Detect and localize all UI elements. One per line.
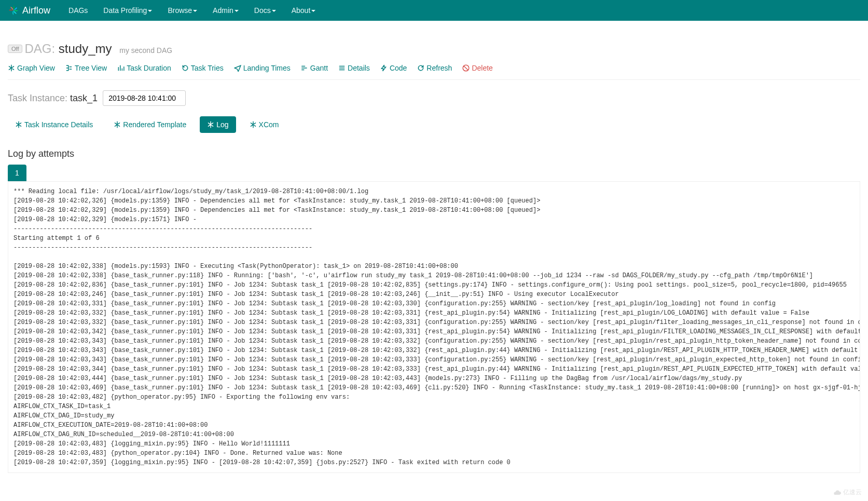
airflow-logo-icon bbox=[8, 5, 19, 16]
retry-icon bbox=[182, 64, 189, 72]
tree-icon bbox=[65, 64, 73, 72]
view-tab-refresh[interactable]: Refresh bbox=[417, 64, 452, 72]
chevron-down-icon bbox=[148, 10, 152, 12]
chevron-down-icon bbox=[272, 10, 276, 12]
execution-date-input[interactable] bbox=[103, 90, 186, 106]
attempt-tab-1[interactable]: 1 bbox=[8, 165, 26, 181]
asterisk-icon bbox=[8, 64, 15, 72]
nav-item-docs[interactable]: Docs bbox=[246, 1, 284, 20]
nav-item-browse[interactable]: Browse bbox=[160, 1, 205, 20]
nav-item-admin[interactable]: Admin bbox=[205, 1, 246, 20]
view-tab-details[interactable]: Details bbox=[338, 64, 370, 72]
view-tab-task-tries[interactable]: Task Tries bbox=[182, 64, 224, 72]
chevron-down-icon bbox=[311, 10, 315, 12]
sub-tab-task-instance-details[interactable]: Task Instance Details bbox=[8, 116, 100, 133]
sub-tab-xcom[interactable]: XCom bbox=[242, 116, 286, 133]
asterisk-icon bbox=[250, 121, 257, 128]
view-tab-label: Task Tries bbox=[191, 64, 224, 72]
view-tab-label: Landing Times bbox=[243, 64, 291, 72]
sub-tab-label: Task Instance Details bbox=[24, 120, 93, 129]
task-id: task_1 bbox=[70, 93, 98, 103]
chevron-down-icon bbox=[193, 10, 197, 12]
plane-icon bbox=[234, 64, 241, 72]
view-tab-label: Gantt bbox=[310, 64, 328, 72]
sub-tab-label: Log bbox=[216, 120, 228, 129]
dag-name: study_my bbox=[59, 42, 112, 56]
view-tab-tree-view[interactable]: Tree View bbox=[65, 64, 107, 72]
view-tab-label: Delete bbox=[472, 64, 492, 72]
refresh-icon bbox=[417, 64, 424, 72]
task-instance-row: Task Instance: task_1 bbox=[8, 90, 860, 106]
view-tab-task-duration[interactable]: Task Duration bbox=[117, 64, 171, 72]
dag-description: my second DAG bbox=[119, 46, 172, 55]
log-title: Log by attempts bbox=[8, 148, 860, 159]
brand-text: Airflow bbox=[22, 5, 50, 16]
attempt-tabs: 1 bbox=[8, 165, 860, 181]
sub-tab-rendered-template[interactable]: Rendered Template bbox=[106, 116, 194, 133]
asterisk-icon bbox=[15, 121, 22, 128]
bar-chart-icon bbox=[117, 64, 125, 72]
sub-tab-log[interactable]: Log bbox=[200, 116, 236, 133]
nav-item-data-profiling[interactable]: Data Profiling bbox=[95, 1, 160, 20]
sub-tab-label: Rendered Template bbox=[123, 120, 186, 129]
task-sub-tabs: Task Instance DetailsRendered TemplateLo… bbox=[8, 116, 860, 133]
dag-toggle[interactable]: Off bbox=[8, 45, 22, 53]
bolt-icon bbox=[380, 64, 388, 72]
view-tab-code[interactable]: Code bbox=[380, 64, 407, 72]
nav-item-about[interactable]: About bbox=[284, 1, 324, 20]
sub-tab-label: XCom bbox=[259, 120, 279, 129]
view-tab-label: Details bbox=[348, 64, 370, 72]
view-tab-label: Refresh bbox=[426, 64, 452, 72]
navbar-brand[interactable]: Airflow bbox=[8, 5, 50, 16]
view-tab-landing-times[interactable]: Landing Times bbox=[234, 64, 291, 72]
dag-title: DAG: study_my my second DAG bbox=[24, 42, 172, 56]
view-tab-label: Task Duration bbox=[127, 64, 171, 72]
nav-item-dags[interactable]: DAGs bbox=[61, 1, 95, 20]
log-content: *** Reading local file: /usr/local/airfl… bbox=[8, 181, 860, 473]
view-tab-delete[interactable]: Delete bbox=[462, 64, 492, 72]
asterisk-icon bbox=[207, 121, 214, 128]
gantt-icon bbox=[301, 64, 308, 72]
dag-title-prefix: DAG: bbox=[24, 42, 55, 56]
list-icon bbox=[338, 64, 346, 72]
view-tab-label: Code bbox=[390, 64, 407, 72]
navbar: Airflow DAGsData ProfilingBrowseAdminDoc… bbox=[0, 0, 868, 21]
dag-header: Off DAG: study_my my second DAG bbox=[8, 42, 860, 56]
asterisk-icon bbox=[114, 121, 121, 128]
view-tab-graph-view[interactable]: Graph View bbox=[8, 64, 55, 72]
view-tab-gantt[interactable]: Gantt bbox=[301, 64, 328, 72]
view-tabs: Graph ViewTree ViewTask DurationTask Tri… bbox=[8, 64, 860, 80]
task-instance-label: Task Instance: task_1 bbox=[8, 93, 98, 104]
navbar-nav: DAGsData ProfilingBrowseAdminDocsAbout bbox=[61, 1, 323, 20]
chevron-down-icon bbox=[235, 10, 239, 12]
view-tab-label: Tree View bbox=[75, 64, 107, 72]
view-tab-label: Graph View bbox=[17, 64, 55, 72]
ban-icon bbox=[462, 64, 470, 72]
